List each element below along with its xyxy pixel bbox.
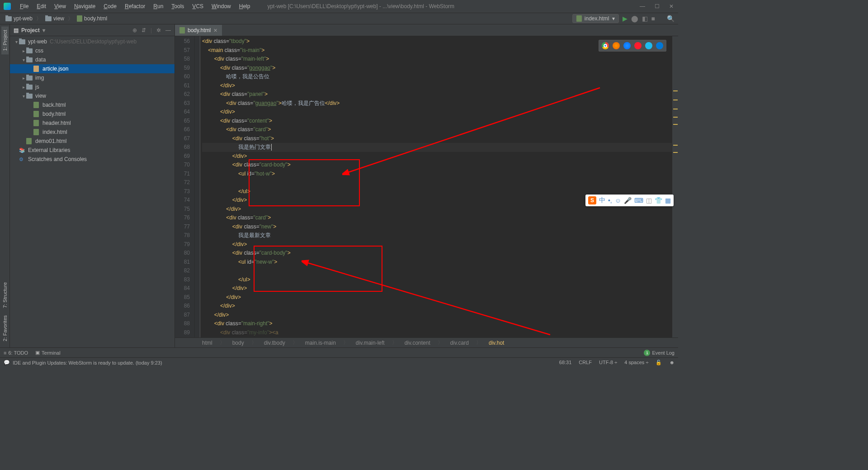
breadcrumb-item[interactable]: div.hot [489,340,504,346]
debug-button[interactable]: ⬤ [631,15,638,22]
project-panel-title[interactable]: ▤Project▾ [14,27,45,33]
breadcrumb-item[interactable]: div.main-left [356,340,385,346]
error-stripe[interactable] [672,36,678,337]
readonly-lock-icon[interactable]: 🔓 [656,360,662,366]
menu-bar: FileEditViewNavigateCodeRefactorRunTools… [16,1,254,11]
run-button[interactable]: ▶ [623,15,627,22]
collapse-icon[interactable]: ⇵ [142,27,146,33]
code-editor[interactable]: <div class="tbody"> <main class="is-main… [200,36,672,337]
chevron-down-icon: ▾ [612,15,615,22]
close-tab-icon[interactable]: ✕ [213,28,217,33]
menu-help[interactable]: Help [236,1,254,11]
nav-crumb[interactable]: view [43,14,66,23]
indent-setting[interactable]: 4 spaces ÷ [624,360,648,366]
locate-icon[interactable]: ⊕ [132,27,137,33]
todo-tab[interactable]: ≡6: TODO [4,350,28,356]
tree-node[interactable]: ▸img [10,73,175,82]
settings-icon[interactable]: ✲ [156,27,161,33]
stop-button[interactable]: ■ [651,15,655,22]
breadcrumb-item[interactable]: div.tbody [264,340,285,346]
ime-punct-icon[interactable]: •, [608,197,612,204]
line-gutter[interactable]: 5657585960616263646566676869707172737475… [175,36,195,337]
tree-node[interactable]: index.html [10,128,175,137]
breadcrumb-item[interactable]: main.is-main [305,340,336,346]
editor-tab[interactable]: body.html ✕ [175,25,222,36]
tree-node[interactable]: ▾data [10,55,175,64]
search-everywhere-button[interactable]: 🔍 [667,15,675,22]
opera-icon[interactable] [634,42,642,49]
event-log-tab[interactable]: 1 Event Log [644,350,675,356]
tree-node[interactable]: demo01.html [10,137,175,146]
breadcrumb-item[interactable]: div.content [405,340,430,346]
tree-node-scratch[interactable]: Scratches and Consoles [10,155,175,164]
menu-view[interactable]: View [51,1,70,11]
tree-label: index.html [42,129,67,135]
nav-crumb[interactable]: body.html [75,14,109,23]
html-icon [33,111,41,117]
ime-lang[interactable]: 中 [599,196,605,204]
status-message[interactable]: 💬 IDE and Plugin Updates: WebStorm is re… [4,360,162,366]
breadcrumb-bar: html〉body〉div.tbody〉main.is-main〉div.mai… [175,337,678,347]
project-tab[interactable]: 1: Project [1,26,9,54]
folder-icon [26,48,33,53]
menu-vcs[interactable]: VCS [189,1,207,11]
breadcrumb-item[interactable]: body [232,340,244,346]
coverage-button[interactable]: ◧ [642,15,648,22]
menu-window[interactable]: Window [208,1,235,11]
ie-icon[interactable] [645,42,652,49]
tree-node[interactable]: article.json [10,64,175,73]
tree-label: js [35,84,39,90]
close-button[interactable]: ✕ [668,3,675,9]
fold-gutter[interactable] [195,36,200,337]
tree-arrow-icon: ▸ [21,76,26,81]
ime-mic-icon[interactable]: 🎤 [624,197,632,204]
chrome-icon[interactable] [602,42,609,49]
structure-tab[interactable]: 7: Structure [1,279,9,312]
menu-run[interactable]: Run [150,1,167,11]
ime-toolbar[interactable]: S 中 •, ☺ 🎤 ⌨ ◫ 👕 ▦ [585,195,674,206]
hide-icon[interactable]: — [165,27,171,33]
menu-refactor[interactable]: Refactor [121,1,149,11]
tree-label: article.json [42,66,68,72]
run-config-selector[interactable]: index.html ▾ [572,14,619,23]
status-bar: 💬 IDE and Plugin Updates: WebStorm is re… [0,357,678,367]
terminal-tab[interactable]: ▣Terminal [35,350,61,356]
minimize-button[interactable]: — [639,3,646,9]
project-tree[interactable]: ▾ypt-webC:\Users\DELL\Desktop\ypt\ypt-we… [10,36,175,347]
ime-toolbox-icon[interactable]: ▦ [665,197,671,204]
tree-node[interactable]: back.html [10,100,175,109]
breadcrumb-item[interactable]: div.card [450,340,469,346]
firefox-icon[interactable] [613,42,620,49]
ime-emoji-icon[interactable]: ☺ [615,197,621,204]
tree-node[interactable]: ▸js [10,82,175,91]
line-separator[interactable]: CRLF [579,360,592,366]
tree-node[interactable]: body.html [10,109,175,119]
menu-navigate[interactable]: Navigate [71,1,99,11]
menu-code[interactable]: Code [100,1,120,11]
bottom-tool-strip: ≡6: TODO ▣Terminal 1 Event Log [0,347,678,357]
ime-clothes-icon[interactable]: 👕 [655,197,662,204]
menu-file[interactable]: File [16,1,32,11]
hector-icon[interactable]: ☻ [669,360,675,366]
breadcrumb-item[interactable]: html [202,340,212,346]
ime-skin-icon[interactable]: ◫ [646,197,652,204]
tree-node[interactable]: header.html [10,119,175,128]
nav-crumb-label: body.html [84,15,107,22]
safari-icon[interactable] [623,42,631,49]
favorites-tab[interactable]: 2: Favorites [1,312,9,345]
menu-edit[interactable]: Edit [33,1,50,11]
file-encoding[interactable]: UTF-8 ÷ [599,360,617,366]
tree-label: demo01.html [35,138,66,144]
sogou-logo-icon: S [588,196,596,204]
nav-crumb[interactable]: ypt-web [4,14,34,23]
tree-node-lib[interactable]: External Libraries [10,146,175,155]
tree-node[interactable]: ▾view [10,91,175,100]
edge-icon[interactable] [656,42,663,49]
maximize-button[interactable]: ☐ [654,3,660,9]
ime-keyboard-icon[interactable]: ⌨ [634,197,643,204]
tree-node[interactable]: ▾ypt-webC:\Users\DELL\Desktop\ypt\ypt-we… [10,37,175,46]
menu-tools[interactable]: Tools [168,1,188,11]
caret-position[interactable]: 68:31 [559,360,572,366]
info-icon: 💬 [4,360,10,366]
tree-node[interactable]: ▸css [10,46,175,55]
